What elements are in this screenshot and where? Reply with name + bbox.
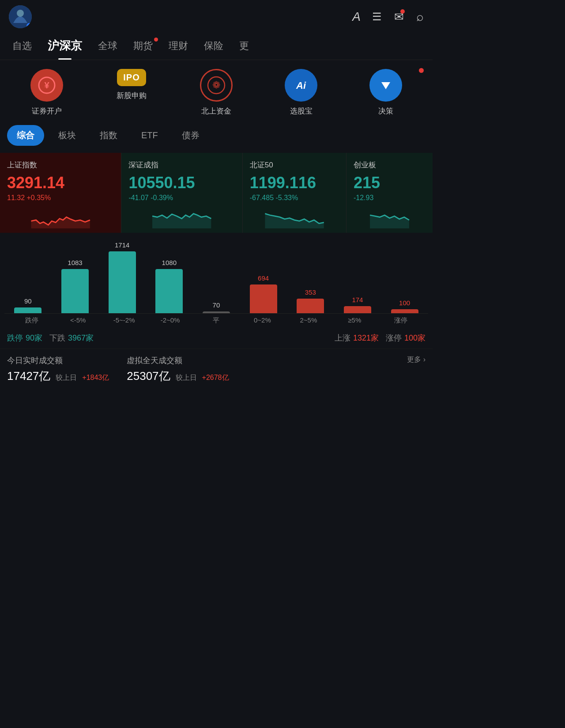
- juece-label: 决策: [378, 106, 393, 116]
- dist-col-2to5: 353: [297, 288, 324, 313]
- search-icon[interactable]: ⌕: [416, 10, 424, 24]
- card-shangzheng-change: 11.32 +0.35%: [7, 194, 114, 202]
- xingu-label: 新股申购: [117, 91, 147, 101]
- dist-col-2to0: 1080: [155, 259, 183, 313]
- dist-col-lt5: 1083: [61, 259, 89, 313]
- mail-dot: [400, 9, 405, 14]
- svg-marker-11: [152, 214, 211, 228]
- icon-juece[interactable]: 决策: [343, 69, 428, 116]
- xuangu-icon: Ai: [285, 69, 317, 102]
- card-shenzhen-change: -41.07 -0.39%: [128, 194, 235, 202]
- svg-point-1: [17, 10, 24, 17]
- top-bar-left: 5: [9, 5, 32, 28]
- card-beizhen-value: 1199.116: [250, 174, 339, 192]
- summary-ditong: 跌停 90家 下跌 3967家: [7, 333, 216, 343]
- zhengquan-label: 证券开户: [32, 106, 62, 116]
- svg-text:¥: ¥: [44, 80, 49, 90]
- card-beizhen-chart: [250, 206, 339, 228]
- filter-bankuai[interactable]: 板块: [49, 125, 86, 146]
- virtual-change: +2678亿: [202, 373, 229, 383]
- dist-bars: 90 1083 1714 1080 70 694 353: [4, 243, 428, 313]
- virtual-title: 虚拟全天成交额: [127, 355, 229, 366]
- more-link[interactable]: 更多 ›: [407, 355, 426, 364]
- tab-zixuan[interactable]: 自选: [4, 36, 40, 59]
- icon-xuangu[interactable]: Ai 选股宝: [259, 69, 343, 116]
- realtime-title: 今日实时成交额: [7, 355, 109, 366]
- filter-zhaiquan[interactable]: 债券: [172, 125, 209, 146]
- card-beizhen[interactable]: 北证50 1199.116 -67.485 -5.33%: [242, 153, 346, 233]
- card-shenzhen[interactable]: 深证成指 10550.15 -41.07 -0.39%: [121, 153, 242, 233]
- juece-dot: [419, 68, 424, 73]
- cat-5to2: -5~-2%: [101, 316, 147, 325]
- dist-col-0to2: 694: [250, 274, 277, 313]
- cat-2to5: 2~5%: [286, 316, 331, 325]
- icon-xingu[interactable]: IPO 新股申购: [89, 69, 174, 101]
- beishang-icon: ❁: [200, 69, 233, 102]
- zhengquan-icon: ¥: [30, 69, 63, 102]
- xuangu-label: 选股宝: [290, 106, 313, 116]
- dist-col-gt5: 174: [344, 296, 371, 313]
- juece-icon: [369, 69, 402, 102]
- card-shenzhen-chart: [128, 206, 235, 228]
- icon-grid: ¥ 证券开户 IPO 新股申购 ❁ 北上资金 Ai 选股宝: [0, 60, 433, 121]
- volume-cols: 今日实时成交额 17427亿 较上日 +1843亿 虚拟全天成交额 25307亿…: [7, 355, 229, 384]
- card-chuangye-change: -12.93: [354, 194, 426, 202]
- dist-col-zhangtong: 100: [391, 299, 418, 313]
- cat-ditong: 跌停: [9, 316, 55, 325]
- badge-count: 5: [26, 23, 32, 28]
- volume-virtual: 虚拟全天成交额 25307亿 较上日 +2678亿: [127, 355, 229, 384]
- dist-col-flat: 70: [203, 301, 230, 313]
- card-chuangye-name: 创业板: [354, 160, 426, 170]
- filter-zonghe[interactable]: 综合: [7, 125, 44, 146]
- summary-zhangtong-count: 100家: [404, 333, 426, 343]
- icon-beishang[interactable]: ❁ 北上资金: [174, 69, 259, 116]
- dist-col-5to2: 1714: [109, 241, 136, 313]
- cat-zhangtong: 涨停: [378, 316, 424, 325]
- tab-more[interactable]: 更: [231, 36, 257, 59]
- futures-dot: [154, 38, 158, 42]
- summary-row: 跌停 90家 下跌 3967家 上涨 1321家 涨停 100家: [0, 327, 433, 349]
- card-beizhen-change: -67.485 -5.33%: [250, 194, 339, 202]
- card-shangzheng-name: 上证指数: [7, 160, 114, 170]
- card-shangzheng-chart: [7, 206, 114, 228]
- card-shenzhen-value: 10550.15: [128, 174, 235, 192]
- mail-icon[interactable]: ✉: [394, 10, 404, 24]
- cat-0to2: 0~2%: [239, 316, 285, 325]
- summary-up-count: 1321家: [353, 333, 379, 343]
- tab-licai[interactable]: 理财: [161, 36, 196, 59]
- virtual-compare: 较上日: [176, 373, 197, 383]
- virtual-value: 25307亿: [127, 368, 170, 384]
- summary-zhangtong-label: 涨停: [386, 333, 402, 343]
- card-shenzhen-name: 深证成指: [128, 160, 235, 170]
- font-size-icon[interactable]: A: [352, 10, 360, 24]
- menu-icon[interactable]: ☰: [372, 11, 382, 23]
- svg-text:❁: ❁: [212, 80, 220, 91]
- summary-down-label: 下跌: [49, 333, 65, 343]
- cat-2to0: -2~0%: [147, 316, 193, 325]
- summary-ditong-label: 跌停: [7, 333, 23, 343]
- tab-futures[interactable]: 期货: [125, 36, 161, 59]
- tab-hushen[interactable]: 沪深京: [40, 34, 90, 60]
- filter-tabs: 综合 板块 指数 ETF 债券: [0, 121, 433, 150]
- filter-zhishu[interactable]: 指数: [90, 125, 127, 146]
- tab-global[interactable]: 全球: [90, 36, 125, 59]
- tab-baoxian[interactable]: 保险: [196, 36, 231, 59]
- summary-down-count: 3967家: [68, 333, 94, 343]
- nav-tabs: 自选 沪深京 全球 期货 理财 保险 更: [0, 32, 433, 60]
- summary-up: 上涨 1321家 涨停 100家: [216, 333, 426, 343]
- realtime-compare: 较上日: [56, 373, 77, 383]
- svg-text:Ai: Ai: [296, 80, 306, 91]
- cat-gt5: ≥5%: [331, 316, 377, 325]
- cat-lt5: <-5%: [55, 316, 101, 325]
- card-chuangye[interactable]: 创业板 215 -12.93: [346, 153, 433, 233]
- icon-zhengquan[interactable]: ¥ 证券开户: [4, 69, 89, 116]
- dist-section: 90 1083 1714 1080 70 694 353: [0, 235, 433, 327]
- card-chuangye-value: 215: [354, 174, 426, 192]
- avatar[interactable]: 5: [9, 5, 32, 28]
- filter-etf[interactable]: ETF: [132, 126, 168, 145]
- volume-section: 今日实时成交额 17427亿 较上日 +1843亿 虚拟全天成交额 25307亿…: [0, 349, 433, 390]
- dist-cat-labels: 跌停 <-5% -5~-2% -2~0% 平 0~2% 2~5% ≥5% 涨停: [4, 313, 428, 325]
- cat-flat: 平: [193, 316, 239, 325]
- card-shangzheng[interactable]: 上证指数 3291.14 11.32 +0.35%: [0, 153, 121, 233]
- index-cards: 上证指数 3291.14 11.32 +0.35% 深证成指 10550.15 …: [0, 153, 433, 233]
